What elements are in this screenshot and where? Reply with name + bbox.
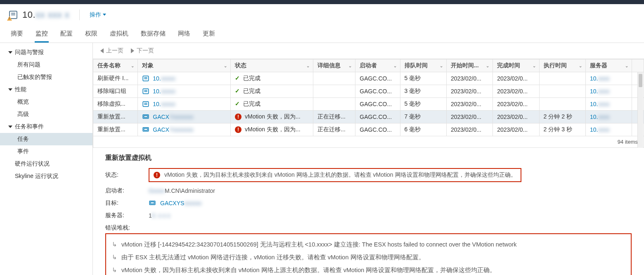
sort-icon: ⌄ xyxy=(131,64,134,68)
caret-down-icon xyxy=(8,51,12,54)
tab-4[interactable]: 虚拟机 xyxy=(109,26,129,43)
cell-server[interactable]: 10.xxxx xyxy=(585,111,632,123)
details-status-box: ! vMotion 失败，因为目标主机未接收到来自 vMotion 网络上源主机… xyxy=(149,168,521,182)
cell-queue: 6 毫秒 xyxy=(400,123,446,136)
col-header-7[interactable]: 完成时间⌄ xyxy=(493,59,539,72)
scroll-thumb[interactable] xyxy=(639,74,642,87)
cell-status: 已完成 xyxy=(230,72,313,85)
table-row[interactable]: 重新放置...GACXYxxxxxxx!vMotion 失败，因为...正在迁移… xyxy=(93,123,644,136)
col-header-1[interactable]: 对象⌄ xyxy=(138,59,231,72)
tab-3[interactable]: 权限 xyxy=(84,26,98,43)
tab-1[interactable]: 监控 xyxy=(35,26,49,43)
paging-bar: 上一页 下一页 xyxy=(93,43,644,59)
cell-dur xyxy=(539,72,585,85)
cell-object[interactable]: 10.xxxxx xyxy=(138,72,231,85)
cell-start: 2023/02/0... xyxy=(446,98,492,111)
col-header-6[interactable]: 开始时间...⌄ xyxy=(446,59,492,72)
caret-down-icon xyxy=(8,126,12,128)
prev-page-label: 上一页 xyxy=(106,47,123,55)
main-panel: 上一页 下一页 任务名称⌄对象⌄状态⌄详细信息⌄启动者⌄排队时间⌄开始时间...… xyxy=(93,43,644,275)
sort-icon: ⌄ xyxy=(440,64,443,68)
cell-server[interactable]: 10.xxxx xyxy=(585,72,632,85)
col-header-0[interactable]: 任务名称⌄ xyxy=(93,59,138,72)
svg-rect-13 xyxy=(144,116,148,118)
sidebar-item-2-0[interactable]: 任务 xyxy=(0,133,92,145)
cell-detail: 正在迁移... xyxy=(313,123,355,136)
error-icon: ! xyxy=(154,172,160,178)
cell-task: 移除端口组 xyxy=(93,85,138,98)
actions-dropdown[interactable]: 操作 xyxy=(90,11,106,19)
prev-page-button[interactable]: 上一页 xyxy=(100,47,123,55)
arrow-icon: ↳ xyxy=(112,241,117,249)
cell-end: 2023/02/0... xyxy=(493,72,539,85)
stack-line-0: ↳vMotion 迁移 [-1442945422:342307014051500… xyxy=(112,238,625,251)
cell-start: 2023/02/0... xyxy=(446,85,492,98)
cell-dur xyxy=(539,85,585,98)
cell-queue: 7 毫秒 xyxy=(400,111,446,123)
cell-server[interactable]: 10.xxxx xyxy=(585,85,632,98)
host-icon xyxy=(8,10,18,20)
cell-end: 2023/02/0... xyxy=(493,123,539,136)
sort-icon: ⌄ xyxy=(224,64,227,68)
sidebar-item-2-1[interactable]: 事件 xyxy=(0,145,92,158)
cell-object[interactable]: 10.xxxxx xyxy=(138,85,231,98)
tab-2[interactable]: 配置 xyxy=(59,26,73,43)
col-header-9[interactable]: 服务器⌄ xyxy=(585,59,632,72)
sidebar-item-1-0[interactable]: 概览 xyxy=(0,96,92,108)
sidebar-plain-0[interactable]: 硬件运行状况 xyxy=(0,158,92,170)
vm-icon xyxy=(149,199,156,207)
sidebar-plain-1[interactable]: Skyline 运行状况 xyxy=(0,170,92,183)
col-header-4[interactable]: 启动者⌄ xyxy=(355,59,400,72)
host-block: 10.xx xxx x xyxy=(8,9,80,20)
col-header-5[interactable]: 排队时间⌄ xyxy=(400,59,446,72)
table-scrollbar[interactable] xyxy=(637,72,643,148)
cell-status: 已完成 xyxy=(230,98,313,111)
stack-line-2: ↳vMotion 失败，因为目标主机未接收到来自 vMotion 网络上源主机的… xyxy=(112,264,625,275)
details-target-value[interactable]: GACXYSxxxxxx xyxy=(149,199,632,207)
cell-start: 2023/02/0... xyxy=(446,123,492,136)
cell-object[interactable]: GACXYxxxxxxx xyxy=(138,111,231,123)
col-header-3[interactable]: 详细信息⌄ xyxy=(313,59,355,72)
cell-queue: 5 毫秒 xyxy=(400,72,446,85)
sidebar-group-1[interactable]: 性能 xyxy=(0,83,92,96)
tab-6[interactable]: 网络 xyxy=(177,26,191,43)
tab-5[interactable]: 数据存储 xyxy=(140,26,166,43)
sidebar-item-0-0[interactable]: 所有问题 xyxy=(0,59,92,71)
tab-0[interactable]: 摘要 xyxy=(10,26,24,43)
cell-initiator: GAGC.CO... xyxy=(355,111,400,123)
cell-queue: 5 毫秒 xyxy=(400,98,446,111)
table-row[interactable]: 移除虚拟...10.xxxxx已完成GAGC.CO...5 毫秒2023/02/… xyxy=(93,98,644,111)
sidebar-group-0[interactable]: 问题与警报 xyxy=(0,46,92,59)
triangle-left-icon xyxy=(100,48,104,53)
cell-task: 重新放置... xyxy=(93,111,138,123)
cell-server[interactable]: 10.xxxx xyxy=(585,98,632,111)
cell-detail xyxy=(313,85,355,98)
sort-icon: ⌄ xyxy=(348,64,352,68)
caret-down-icon xyxy=(8,88,12,91)
cell-dur: 2 分钟 2 秒 xyxy=(539,111,585,123)
host-title: 10.xx xxx x xyxy=(22,9,69,20)
sidebar-item-0-1[interactable]: 已触发的警报 xyxy=(0,71,92,83)
next-page-button[interactable]: 下一页 xyxy=(131,47,154,55)
tab-7[interactable]: 更新 xyxy=(202,26,216,43)
cell-initiator: GAGC.CO... xyxy=(355,85,400,98)
cell-object[interactable]: GACXYxxxxxxx xyxy=(138,123,231,136)
arrow-icon: ↳ xyxy=(112,254,117,261)
cell-status: !vMotion 失败，因为... xyxy=(230,111,313,123)
col-header-8[interactable]: 执行时间⌄ xyxy=(539,59,585,72)
table-row[interactable]: 刷新硬件 I...10.xxxxx已完成GAGC.CO...5 毫秒2023/0… xyxy=(93,72,644,85)
cell-detail xyxy=(313,98,355,111)
col-header-2[interactable]: 状态⌄ xyxy=(230,59,313,72)
cell-detail: 正在迁移... xyxy=(313,111,355,123)
sidebar-item-1-1[interactable]: 高级 xyxy=(0,108,92,121)
error-icon: ! xyxy=(235,114,242,120)
table-row[interactable]: 重新放置...GACXYxxxxxxx!vMotion 失败，因为...正在迁移… xyxy=(93,111,644,123)
sort-icon: ⌄ xyxy=(393,64,397,68)
cell-object[interactable]: 10.xxxxx xyxy=(138,98,231,111)
cell-server[interactable]: 10.xxxx xyxy=(585,123,632,136)
cell-status: 已完成 xyxy=(230,85,313,98)
table-row[interactable]: 移除端口组10.xxxxx已完成GAGC.CO...3 毫秒2023/02/0.… xyxy=(93,85,644,98)
cell-queue: 3 毫秒 xyxy=(400,85,446,98)
sidebar-group-2[interactable]: 任务和事件 xyxy=(0,121,92,133)
cell-dur: 2 分钟 3 秒 xyxy=(539,123,585,136)
